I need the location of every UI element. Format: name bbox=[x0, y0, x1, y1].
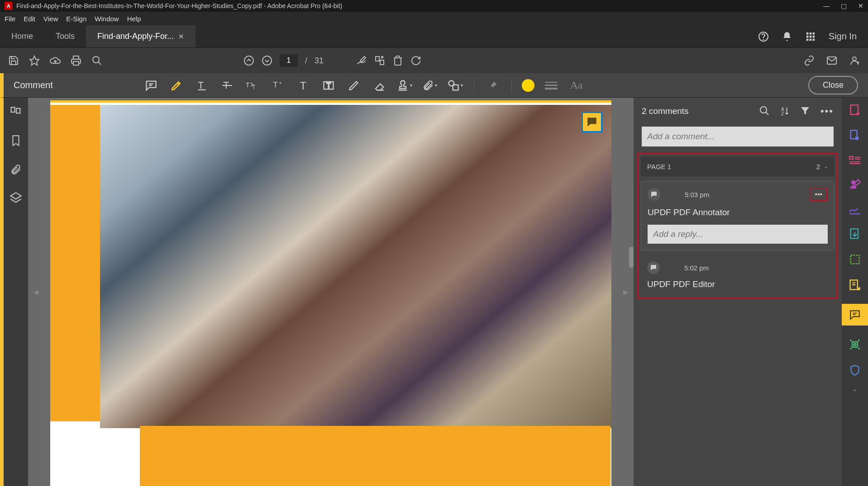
page-separator: / bbox=[305, 56, 307, 66]
page-number-input[interactable] bbox=[280, 54, 298, 67]
menu-esign[interactable]: E-Sign bbox=[66, 15, 86, 23]
svg-text:T: T bbox=[326, 81, 331, 89]
underline-tool-icon[interactable]: T bbox=[193, 77, 210, 94]
page-total: 31 bbox=[315, 56, 324, 66]
pencil-tool-icon[interactable] bbox=[345, 77, 362, 94]
replace-text-tool-icon[interactable]: TT bbox=[244, 77, 261, 94]
menu-help[interactable]: Help bbox=[127, 15, 141, 23]
svg-text:T: T bbox=[300, 80, 306, 91]
text-tool-icon[interactable]: T bbox=[295, 77, 312, 94]
comment-marker-icon[interactable] bbox=[582, 112, 602, 132]
sort-comments-icon[interactable]: AZ bbox=[780, 105, 790, 117]
help-icon[interactable] bbox=[758, 31, 769, 42]
apps-icon[interactable] bbox=[805, 31, 816, 42]
document-viewport[interactable]: ◀ ▶ bbox=[28, 98, 634, 486]
stamp-tool-icon[interactable]: ▾ bbox=[396, 77, 413, 94]
shapes-tool-icon[interactable]: ▾ bbox=[447, 77, 464, 94]
next-page-icon[interactable]: ▶ bbox=[620, 286, 631, 298]
menu-edit[interactable]: Edit bbox=[24, 15, 35, 23]
notifications-icon[interactable] bbox=[782, 31, 792, 42]
filter-comments-icon[interactable] bbox=[800, 105, 811, 117]
scrollbar-thumb[interactable] bbox=[629, 247, 634, 268]
pin-tool-icon[interactable] bbox=[484, 77, 501, 94]
color-picker[interactable] bbox=[522, 79, 534, 92]
email-icon[interactable] bbox=[826, 55, 837, 66]
rotate-icon[interactable] bbox=[410, 55, 421, 66]
page-down-icon[interactable] bbox=[262, 55, 272, 66]
svg-rect-5 bbox=[806, 35, 809, 38]
page-content bbox=[50, 100, 611, 486]
profile-icon[interactable] bbox=[849, 55, 860, 66]
page-decoration-bottom bbox=[140, 426, 610, 486]
link-share-icon[interactable] bbox=[804, 55, 815, 66]
tab-tools[interactable]: Tools bbox=[44, 32, 86, 41]
zoom-icon[interactable] bbox=[91, 55, 102, 66]
line-weight-icon[interactable] bbox=[543, 77, 560, 94]
comment-item-1[interactable]: 5:03 pm ••• UPDF PDF Annotator bbox=[641, 181, 835, 250]
tab-bar: Home Tools Find-and-Apply-For... ✕ Sign … bbox=[0, 25, 868, 48]
menu-file[interactable]: File bbox=[5, 15, 15, 23]
request-signatures-icon[interactable] bbox=[849, 178, 861, 191]
menu-window[interactable]: Window bbox=[95, 15, 119, 23]
organize-icon[interactable] bbox=[374, 55, 385, 66]
protect-icon[interactable] bbox=[849, 363, 861, 377]
cloud-upload-icon[interactable] bbox=[50, 55, 61, 66]
sign-in-button[interactable]: Sign In bbox=[829, 31, 857, 42]
minimize-icon[interactable]: — bbox=[823, 2, 830, 9]
insert-text-tool-icon[interactable]: T+ bbox=[269, 77, 286, 94]
export-pdf-icon[interactable] bbox=[849, 129, 861, 142]
reply-input[interactable] bbox=[648, 225, 828, 244]
svg-rect-37 bbox=[16, 109, 20, 113]
attachment-tool-icon[interactable]: ▾ bbox=[421, 77, 439, 94]
window-title: Find-and-Apply-For-the-Best-Institutes-I… bbox=[16, 2, 823, 9]
maximize-icon[interactable]: ▢ bbox=[841, 2, 847, 9]
comment-item-2[interactable]: 5:02 pm UPDF PDF Editor bbox=[641, 255, 835, 296]
font-size-icon[interactable]: Aa bbox=[568, 77, 585, 94]
save-icon[interactable] bbox=[8, 55, 19, 66]
page-separator-row[interactable]: PAGE 1 2 ⌄ bbox=[641, 156, 835, 176]
search-comments-icon[interactable] bbox=[759, 105, 770, 117]
highlight-tool-icon[interactable] bbox=[168, 77, 185, 94]
sticky-note-tool-icon[interactable] bbox=[143, 77, 160, 94]
svg-rect-16 bbox=[376, 57, 379, 61]
textbox-tool-icon[interactable]: T bbox=[320, 77, 337, 94]
close-window-icon[interactable]: ✕ bbox=[858, 2, 863, 9]
more-options-icon[interactable]: ••• bbox=[820, 105, 834, 117]
tab-home[interactable]: Home bbox=[0, 32, 44, 41]
strikethrough-tool-icon[interactable]: T bbox=[219, 77, 236, 94]
send-comments-icon[interactable] bbox=[849, 278, 861, 291]
close-panel-button[interactable]: Close bbox=[808, 76, 858, 94]
delete-icon[interactable] bbox=[392, 55, 403, 66]
chevron-down-icon[interactable]: ⌄ bbox=[824, 163, 828, 170]
comment-tool-icon[interactable] bbox=[842, 304, 868, 326]
svg-rect-50 bbox=[852, 342, 858, 347]
thumbnails-icon[interactable] bbox=[10, 106, 22, 118]
star-icon[interactable] bbox=[29, 55, 40, 66]
svg-rect-34 bbox=[545, 85, 558, 86]
add-comment-input[interactable] bbox=[642, 127, 834, 146]
create-pdf-icon[interactable] bbox=[849, 104, 861, 117]
bookmarks-icon[interactable] bbox=[10, 134, 22, 147]
organize-pages-icon[interactable] bbox=[849, 253, 861, 266]
layers-icon[interactable] bbox=[10, 192, 22, 204]
print-icon[interactable] bbox=[71, 55, 81, 66]
menu-view[interactable]: View bbox=[43, 15, 58, 23]
svg-point-19 bbox=[853, 57, 856, 61]
svg-text:Z: Z bbox=[781, 111, 784, 116]
edit-pdf-icon[interactable] bbox=[849, 155, 861, 165]
workspace: ◀ ▶ 2 comments AZ ••• PAGE 1 bbox=[0, 98, 868, 486]
comment-more-icon[interactable]: ••• bbox=[810, 188, 828, 201]
sign-tool-icon[interactable] bbox=[356, 55, 367, 66]
svg-point-51 bbox=[854, 344, 856, 346]
export-tool-icon[interactable] bbox=[849, 228, 861, 241]
fill-sign-icon[interactable] bbox=[848, 203, 862, 215]
tab-document[interactable]: Find-and-Apply-For... ✕ bbox=[86, 25, 196, 47]
eraser-tool-icon[interactable] bbox=[371, 77, 388, 94]
prev-page-icon[interactable]: ◀ bbox=[31, 286, 41, 298]
attachments-icon[interactable] bbox=[10, 163, 22, 176]
tab-close-icon[interactable]: ✕ bbox=[178, 33, 184, 41]
svg-rect-36 bbox=[11, 108, 15, 113]
chevron-down-icon[interactable]: ⌄ bbox=[852, 385, 858, 392]
page-up-icon[interactable] bbox=[243, 55, 254, 66]
scan-ocr-icon[interactable] bbox=[849, 338, 861, 351]
